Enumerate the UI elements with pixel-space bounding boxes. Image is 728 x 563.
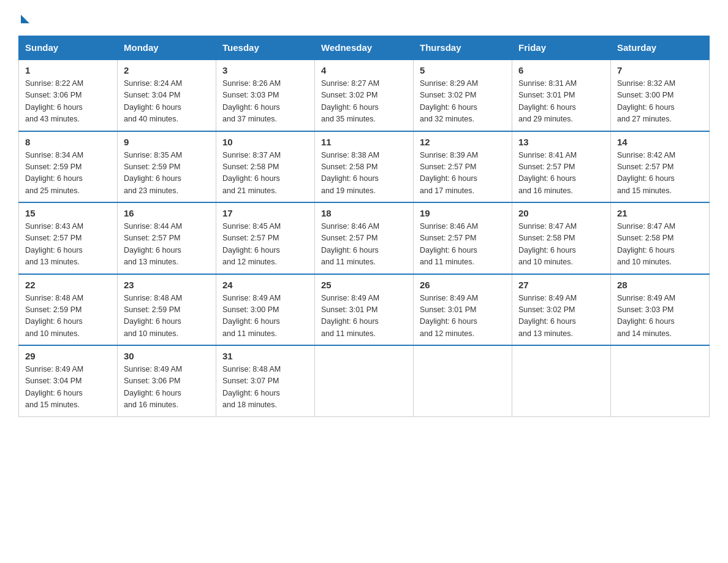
day-info-text: Sunrise: 8:47 AM Sunset: 2:58 PM Dayligh… xyxy=(617,221,703,269)
day-info-text: Sunrise: 8:27 AM Sunset: 3:02 PM Dayligh… xyxy=(321,78,407,126)
day-number: 19 xyxy=(420,208,506,218)
day-number: 27 xyxy=(518,280,604,290)
day-info-text: Sunrise: 8:43 AM Sunset: 2:57 PM Dayligh… xyxy=(25,221,111,269)
day-number: 26 xyxy=(420,280,506,290)
weekday-header-sunday: Sunday xyxy=(19,36,118,60)
day-number: 5 xyxy=(420,65,506,75)
calendar-empty-cell xyxy=(611,345,710,416)
day-number: 12 xyxy=(420,137,506,147)
day-number: 1 xyxy=(25,65,111,75)
weekday-header-wednesday: Wednesday xyxy=(315,36,414,60)
calendar-day-cell: 7Sunrise: 8:32 AM Sunset: 3:00 PM Daylig… xyxy=(611,59,710,131)
day-number: 20 xyxy=(518,208,604,218)
day-info-text: Sunrise: 8:49 AM Sunset: 3:02 PM Dayligh… xyxy=(518,293,604,340)
day-info-text: Sunrise: 8:32 AM Sunset: 3:00 PM Dayligh… xyxy=(617,78,703,126)
day-number: 16 xyxy=(124,208,210,218)
calendar-day-cell: 19Sunrise: 8:46 AM Sunset: 2:57 PM Dayli… xyxy=(414,202,512,274)
day-info-text: Sunrise: 8:49 AM Sunset: 3:00 PM Dayligh… xyxy=(222,293,308,340)
weekday-header-friday: Friday xyxy=(512,36,611,60)
calendar-day-cell: 10Sunrise: 8:37 AM Sunset: 2:58 PM Dayli… xyxy=(216,131,315,203)
day-info-text: Sunrise: 8:44 AM Sunset: 2:57 PM Dayligh… xyxy=(124,221,210,269)
calendar-week-row: 29Sunrise: 8:49 AM Sunset: 3:04 PM Dayli… xyxy=(19,345,710,416)
day-info-text: Sunrise: 8:39 AM Sunset: 2:57 PM Dayligh… xyxy=(420,150,506,197)
calendar-day-cell: 13Sunrise: 8:41 AM Sunset: 2:57 PM Dayli… xyxy=(512,131,611,203)
day-number: 28 xyxy=(617,280,703,290)
logo-arrow-icon xyxy=(21,15,29,23)
day-info-text: Sunrise: 8:48 AM Sunset: 3:07 PM Dayligh… xyxy=(222,364,308,412)
day-info-text: Sunrise: 8:47 AM Sunset: 2:58 PM Dayligh… xyxy=(518,221,604,269)
weekday-header-saturday: Saturday xyxy=(611,36,710,60)
logo xyxy=(18,12,29,23)
day-number: 17 xyxy=(222,208,308,218)
calendar-day-cell: 12Sunrise: 8:39 AM Sunset: 2:57 PM Dayli… xyxy=(414,131,512,203)
calendar-day-cell: 31Sunrise: 8:48 AM Sunset: 3:07 PM Dayli… xyxy=(216,345,315,416)
day-number: 4 xyxy=(321,65,407,75)
day-info-text: Sunrise: 8:31 AM Sunset: 3:01 PM Dayligh… xyxy=(518,78,604,126)
day-number: 22 xyxy=(25,280,111,290)
calendar-day-cell: 23Sunrise: 8:48 AM Sunset: 2:59 PM Dayli… xyxy=(118,274,216,346)
calendar-week-row: 1Sunrise: 8:22 AM Sunset: 3:06 PM Daylig… xyxy=(19,59,710,131)
calendar-day-cell: 22Sunrise: 8:48 AM Sunset: 2:59 PM Dayli… xyxy=(19,274,118,346)
day-info-text: Sunrise: 8:42 AM Sunset: 2:57 PM Dayligh… xyxy=(617,150,703,197)
day-number: 29 xyxy=(25,351,111,361)
day-info-text: Sunrise: 8:41 AM Sunset: 2:57 PM Dayligh… xyxy=(518,150,604,197)
weekday-header-thursday: Thursday xyxy=(414,36,512,60)
calendar-day-cell: 16Sunrise: 8:44 AM Sunset: 2:57 PM Dayli… xyxy=(118,202,216,274)
day-info-text: Sunrise: 8:48 AM Sunset: 2:59 PM Dayligh… xyxy=(25,293,111,340)
calendar-day-cell: 25Sunrise: 8:49 AM Sunset: 3:01 PM Dayli… xyxy=(315,274,414,346)
day-info-text: Sunrise: 8:49 AM Sunset: 3:01 PM Dayligh… xyxy=(420,293,506,340)
page-header xyxy=(18,12,710,23)
day-info-text: Sunrise: 8:49 AM Sunset: 3:01 PM Dayligh… xyxy=(321,293,407,340)
weekday-header-row: SundayMondayTuesdayWednesdayThursdayFrid… xyxy=(19,36,710,60)
day-info-text: Sunrise: 8:49 AM Sunset: 3:06 PM Dayligh… xyxy=(124,364,210,412)
calendar-day-cell: 4Sunrise: 8:27 AM Sunset: 3:02 PM Daylig… xyxy=(315,59,414,131)
day-number: 31 xyxy=(222,351,308,361)
day-info-text: Sunrise: 8:29 AM Sunset: 3:02 PM Dayligh… xyxy=(420,78,506,126)
day-info-text: Sunrise: 8:34 AM Sunset: 2:59 PM Dayligh… xyxy=(25,150,111,197)
day-number: 10 xyxy=(222,137,308,147)
day-info-text: Sunrise: 8:46 AM Sunset: 2:57 PM Dayligh… xyxy=(420,221,506,269)
calendar-day-cell: 21Sunrise: 8:47 AM Sunset: 2:58 PM Dayli… xyxy=(611,202,710,274)
day-info-text: Sunrise: 8:46 AM Sunset: 2:57 PM Dayligh… xyxy=(321,221,407,269)
calendar-table: SundayMondayTuesdayWednesdayThursdayFrid… xyxy=(18,36,710,417)
day-info-text: Sunrise: 8:49 AM Sunset: 3:03 PM Dayligh… xyxy=(617,293,703,340)
calendar-week-row: 15Sunrise: 8:43 AM Sunset: 2:57 PM Dayli… xyxy=(19,202,710,274)
day-number: 2 xyxy=(124,65,210,75)
day-number: 13 xyxy=(518,137,604,147)
calendar-day-cell: 1Sunrise: 8:22 AM Sunset: 3:06 PM Daylig… xyxy=(19,59,118,131)
calendar-day-cell: 30Sunrise: 8:49 AM Sunset: 3:06 PM Dayli… xyxy=(118,345,216,416)
calendar-day-cell: 17Sunrise: 8:45 AM Sunset: 2:57 PM Dayli… xyxy=(216,202,315,274)
calendar-day-cell: 28Sunrise: 8:49 AM Sunset: 3:03 PM Dayli… xyxy=(611,274,710,346)
calendar-day-cell: 9Sunrise: 8:35 AM Sunset: 2:59 PM Daylig… xyxy=(118,131,216,203)
weekday-header-tuesday: Tuesday xyxy=(216,36,315,60)
day-info-text: Sunrise: 8:38 AM Sunset: 2:58 PM Dayligh… xyxy=(321,150,407,197)
calendar-day-cell: 18Sunrise: 8:46 AM Sunset: 2:57 PM Dayli… xyxy=(315,202,414,274)
day-info-text: Sunrise: 8:48 AM Sunset: 2:59 PM Dayligh… xyxy=(124,293,210,340)
day-number: 25 xyxy=(321,280,407,290)
calendar-day-cell: 27Sunrise: 8:49 AM Sunset: 3:02 PM Dayli… xyxy=(512,274,611,346)
calendar-day-cell: 8Sunrise: 8:34 AM Sunset: 2:59 PM Daylig… xyxy=(19,131,118,203)
calendar-day-cell: 20Sunrise: 8:47 AM Sunset: 2:58 PM Dayli… xyxy=(512,202,611,274)
day-number: 3 xyxy=(222,65,308,75)
day-info-text: Sunrise: 8:22 AM Sunset: 3:06 PM Dayligh… xyxy=(25,78,111,126)
day-info-text: Sunrise: 8:49 AM Sunset: 3:04 PM Dayligh… xyxy=(25,364,111,412)
weekday-header-monday: Monday xyxy=(118,36,216,60)
calendar-empty-cell xyxy=(512,345,611,416)
day-info-text: Sunrise: 8:37 AM Sunset: 2:58 PM Dayligh… xyxy=(222,150,308,197)
calendar-week-row: 22Sunrise: 8:48 AM Sunset: 2:59 PM Dayli… xyxy=(19,274,710,346)
day-number: 14 xyxy=(617,137,703,147)
calendar-day-cell: 14Sunrise: 8:42 AM Sunset: 2:57 PM Dayli… xyxy=(611,131,710,203)
calendar-day-cell: 24Sunrise: 8:49 AM Sunset: 3:00 PM Dayli… xyxy=(216,274,315,346)
calendar-day-cell: 15Sunrise: 8:43 AM Sunset: 2:57 PM Dayli… xyxy=(19,202,118,274)
day-number: 18 xyxy=(321,208,407,218)
day-number: 24 xyxy=(222,280,308,290)
calendar-empty-cell xyxy=(315,345,414,416)
day-info-text: Sunrise: 8:24 AM Sunset: 3:04 PM Dayligh… xyxy=(124,78,210,126)
day-info-text: Sunrise: 8:35 AM Sunset: 2:59 PM Dayligh… xyxy=(124,150,210,197)
day-number: 11 xyxy=(321,137,407,147)
calendar-empty-cell xyxy=(414,345,512,416)
calendar-day-cell: 11Sunrise: 8:38 AM Sunset: 2:58 PM Dayli… xyxy=(315,131,414,203)
day-number: 21 xyxy=(617,208,703,218)
calendar-day-cell: 3Sunrise: 8:26 AM Sunset: 3:03 PM Daylig… xyxy=(216,59,315,131)
calendar-day-cell: 26Sunrise: 8:49 AM Sunset: 3:01 PM Dayli… xyxy=(414,274,512,346)
